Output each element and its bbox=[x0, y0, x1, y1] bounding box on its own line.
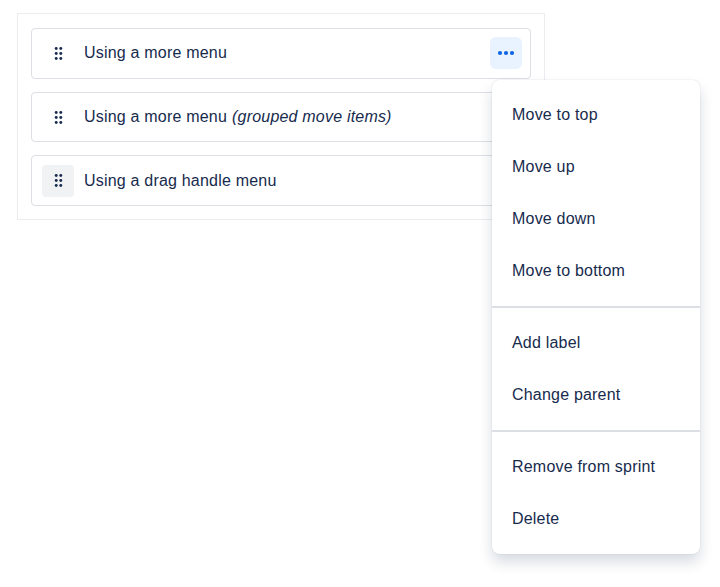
list-item-more-menu[interactable]: Using a more menu bbox=[31, 28, 531, 79]
menu-item-move-up[interactable]: Move up bbox=[492, 141, 700, 193]
more-menu-button[interactable] bbox=[490, 37, 522, 69]
drag-and-drop-examples: Using a more menu bbox=[0, 0, 720, 587]
drag-handle[interactable] bbox=[42, 37, 74, 69]
menu-section-remove: Remove from sprint Delete bbox=[492, 432, 700, 554]
list-item-label-suffix: (grouped move items) bbox=[232, 108, 392, 125]
list-item-label: Using a more menu bbox=[84, 44, 227, 62]
list-item-label-text: Using a more menu bbox=[84, 108, 227, 125]
list-item-label-text: Using a drag handle menu bbox=[84, 172, 276, 189]
list-item-drag-handle-menu[interactable]: Using a drag handle menu bbox=[31, 155, 531, 206]
menu-item-move-to-top[interactable]: Move to top bbox=[492, 89, 700, 141]
menu-item-move-to-bottom[interactable]: Move to bottom bbox=[492, 245, 700, 297]
menu-item-remove-from-sprint[interactable]: Remove from sprint bbox=[492, 441, 700, 493]
more-horizontal-icon bbox=[496, 43, 516, 63]
drag-handle[interactable] bbox=[42, 101, 74, 133]
menu-item-change-parent[interactable]: Change parent bbox=[492, 369, 700, 421]
list-item-label-text: Using a more menu bbox=[84, 44, 227, 61]
drag-handle-icon bbox=[53, 110, 64, 125]
list-item-label: Using a drag handle menu bbox=[84, 172, 276, 190]
list-container: Using a more menu bbox=[17, 13, 545, 220]
drag-handle-menu-button[interactable] bbox=[42, 165, 74, 197]
more-dropdown-menu: Move to top Move up Move down Move to bo… bbox=[492, 80, 700, 554]
list-item-label: Using a more menu(grouped move items) bbox=[84, 108, 392, 126]
drag-handle-icon bbox=[53, 173, 64, 188]
menu-item-move-down[interactable]: Move down bbox=[492, 193, 700, 245]
menu-section-edit: Add label Change parent bbox=[492, 308, 700, 430]
menu-item-delete[interactable]: Delete bbox=[492, 493, 700, 545]
menu-item-add-label[interactable]: Add label bbox=[492, 317, 700, 369]
list-item-more-menu-grouped[interactable]: Using a more menu(grouped move items) bbox=[31, 92, 531, 143]
menu-section-move: Move to top Move up Move down Move to bo… bbox=[492, 80, 700, 306]
drag-handle-icon bbox=[53, 46, 64, 61]
